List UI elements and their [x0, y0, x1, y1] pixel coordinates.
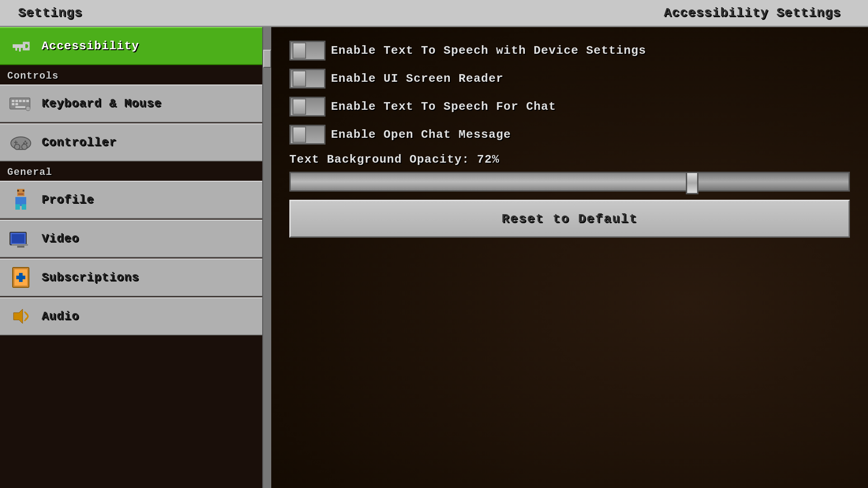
svg-rect-12	[12, 103, 14, 105]
toggle-label-ui-screen-reader: Enable UI Screen Reader	[331, 72, 504, 85]
video-icon	[9, 227, 33, 250]
header: Settings Accessibility Settings	[0, 0, 868, 27]
main-layout: Accessibility Controls	[0, 27, 868, 488]
svg-point-22	[26, 142, 28, 144]
svg-rect-3	[15, 48, 17, 51]
sidebar-scroll-thumb[interactable]	[263, 50, 271, 68]
audio-label: Audio	[42, 310, 79, 323]
svg-rect-31	[15, 204, 20, 210]
svg-rect-13	[15, 103, 18, 105]
svg-rect-10	[23, 100, 25, 102]
toggle-thumb-ui-screen-reader	[292, 70, 306, 87]
svg-rect-7	[12, 100, 14, 102]
reset-default-button[interactable]: Reset to Default	[289, 200, 850, 238]
svg-point-25	[22, 144, 27, 150]
svg-rect-35	[12, 244, 28, 246]
keyboard-mouse-label: Keyboard & Mouse	[42, 97, 162, 110]
header-right-title: Accessibility Settings	[664, 6, 868, 20]
sidebar-item-audio[interactable]: Audio	[0, 297, 262, 335]
header-left-title: Settings	[0, 6, 82, 20]
subscriptions-label: Subscriptions	[42, 271, 139, 284]
toggle-ui-screen-reader[interactable]	[289, 69, 326, 89]
svg-rect-40	[16, 276, 25, 279]
svg-rect-29	[23, 190, 24, 192]
svg-rect-28	[17, 190, 19, 192]
svg-rect-19	[14, 142, 18, 143]
sidebar-item-controller[interactable]: Controller	[0, 123, 262, 161]
toggle-label-tts-chat: Enable Text To Speech For Chat	[331, 100, 556, 113]
svg-rect-4	[19, 48, 21, 52]
toggle-tts-chat[interactable]	[289, 97, 326, 117]
video-label: Video	[42, 232, 79, 245]
svg-rect-8	[15, 100, 18, 102]
keyboard-icon	[9, 92, 33, 115]
content-panel: Enable Text To Speech with Device Settin…	[271, 27, 868, 488]
controls-section-label: Controls	[0, 66, 262, 84]
toggle-open-chat[interactable]	[289, 125, 326, 145]
slider-section: Text Background Opacity: 72%	[289, 153, 850, 192]
slider-thumb[interactable]	[686, 172, 698, 194]
toggle-label-tts-device: Enable Text To Speech with Device Settin…	[331, 44, 646, 57]
sidebar-wrapper: Accessibility Controls	[0, 27, 271, 488]
sidebar-item-accessibility[interactable]: Accessibility	[0, 27, 262, 65]
svg-marker-41	[14, 309, 23, 324]
svg-rect-34	[12, 234, 24, 243]
sidebar-item-profile[interactable]: Profile	[0, 181, 262, 219]
svg-point-24	[14, 144, 20, 150]
general-section-label: General	[0, 162, 262, 181]
toggle-label-open-chat: Enable Open Chat Message	[331, 128, 511, 141]
controller-label: Controller	[42, 136, 117, 149]
accessibility-icon	[9, 34, 33, 58]
svg-point-17	[11, 137, 31, 150]
toggle-tts-device[interactable]	[289, 41, 326, 61]
controller-icon	[9, 131, 33, 154]
sidebar-item-video[interactable]: Video	[0, 220, 262, 258]
sidebar: Accessibility Controls	[0, 27, 262, 488]
sidebar-item-subscriptions[interactable]: Subscriptions	[0, 258, 262, 296]
profile-label: Profile	[42, 193, 94, 206]
svg-rect-9	[19, 100, 22, 102]
reset-button-label: Reset to Default	[502, 212, 638, 226]
slider-label: Text Background Opacity: 72%	[289, 153, 850, 166]
audio-icon	[9, 305, 33, 328]
toggle-row-tts-device: Enable Text To Speech with Device Settin…	[289, 41, 850, 61]
toggle-row-open-chat: Enable Open Chat Message	[289, 125, 850, 145]
sidebar-item-keyboard-mouse[interactable]: Keyboard & Mouse	[0, 84, 262, 122]
slider-track[interactable]	[289, 172, 850, 192]
svg-rect-14	[15, 106, 25, 108]
svg-rect-32	[22, 204, 26, 210]
svg-rect-11	[26, 100, 29, 102]
sidebar-scrollbar[interactable]	[262, 27, 271, 488]
svg-rect-36	[17, 246, 24, 248]
profile-icon	[9, 188, 33, 211]
svg-rect-30	[18, 193, 24, 195]
toggle-row-tts-chat: Enable Text To Speech For Chat	[289, 97, 850, 117]
accessibility-label: Accessibility	[42, 39, 139, 53]
svg-point-20	[24, 141, 26, 142]
toggle-row-ui-screen-reader: Enable UI Screen Reader	[289, 69, 850, 89]
toggle-thumb-tts-chat	[292, 99, 306, 115]
toggle-thumb-tts-device	[292, 42, 306, 59]
subscriptions-icon	[9, 266, 33, 289]
slider-fill	[291, 173, 692, 190]
toggle-thumb-open-chat	[292, 127, 306, 143]
